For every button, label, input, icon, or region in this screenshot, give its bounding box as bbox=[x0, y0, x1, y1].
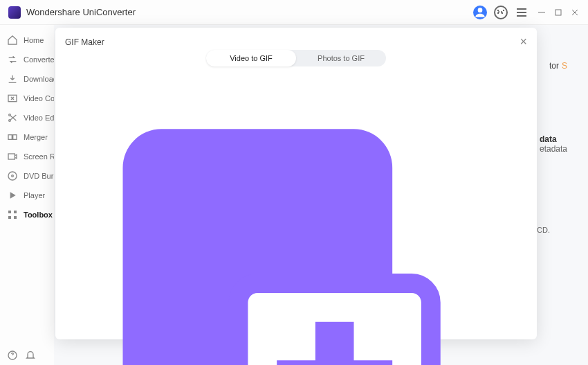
svg-rect-20 bbox=[14, 216, 17, 219]
sidebar-item-converter[interactable]: Converter bbox=[0, 50, 54, 69]
svg-rect-17 bbox=[8, 211, 11, 213]
svg-rect-14 bbox=[8, 154, 15, 159]
help-icon[interactable] bbox=[7, 350, 18, 361]
svg-rect-19 bbox=[8, 216, 11, 219]
record-icon bbox=[7, 151, 18, 162]
sidebar-item-label: Video Editor bbox=[24, 114, 54, 122]
svg-point-10 bbox=[9, 114, 11, 116]
sidebar-item-toolbox[interactable]: Toolbox bbox=[0, 205, 54, 224]
sidebar-item-label: Merger bbox=[24, 133, 48, 141]
svg-point-11 bbox=[9, 120, 11, 122]
gif-maker-modal: GIF Maker × Video to GIF Photos to GIF 0… bbox=[55, 28, 537, 339]
sidebar-item-merger[interactable]: Merger bbox=[0, 127, 54, 147]
tab-video-to-gif[interactable]: Video to GIF bbox=[206, 50, 296, 66]
cd-label: CD. bbox=[537, 226, 550, 234]
sidebar-item-recorder[interactable]: Screen Recorder bbox=[0, 147, 54, 166]
sidebar-item-downloader[interactable]: Downloader bbox=[0, 69, 54, 89]
scissors-icon bbox=[7, 112, 18, 123]
sidebar-item-editor[interactable]: Video Editor bbox=[0, 108, 54, 127]
close-button[interactable] bbox=[570, 8, 580, 17]
home-icon bbox=[7, 35, 18, 46]
convert-icon bbox=[7, 54, 18, 65]
meta-panel: data etadata bbox=[540, 134, 567, 154]
svg-rect-13 bbox=[13, 135, 17, 140]
compress-icon bbox=[7, 93, 18, 104]
sidebar-item-label: DVD Burner bbox=[24, 172, 54, 180]
close-icon[interactable]: × bbox=[520, 35, 527, 49]
maximize-button[interactable] bbox=[553, 8, 563, 17]
sidebar-item-label: Converter bbox=[24, 55, 54, 64]
support-icon[interactable] bbox=[493, 4, 509, 21]
sidebar-item-label: Screen Recorder bbox=[24, 152, 54, 161]
sidebar: Home Converter Downloader Video Compress… bbox=[0, 25, 54, 365]
feature-badge: torS bbox=[549, 61, 567, 71]
merge-icon bbox=[7, 132, 18, 143]
play-icon bbox=[7, 190, 18, 201]
bell-icon[interactable] bbox=[25, 350, 36, 361]
svg-point-15 bbox=[8, 172, 17, 180]
svg-rect-18 bbox=[14, 211, 17, 213]
grid-icon bbox=[7, 209, 18, 220]
sidebar-item-compressor[interactable]: Video Compressor bbox=[0, 89, 54, 108]
app-title: Wondershare UniConverter bbox=[26, 7, 136, 17]
svg-point-16 bbox=[12, 175, 14, 177]
disc-icon bbox=[7, 170, 18, 181]
modal-title: GIF Maker bbox=[65, 37, 104, 47]
sidebar-item-label: Home bbox=[24, 36, 44, 44]
sidebar-item-home[interactable]: Home bbox=[0, 30, 54, 50]
titlebar: Wondershare UniConverter bbox=[0, 0, 588, 25]
sidebar-item-label: Toolbox bbox=[24, 211, 53, 219]
sidebar-item-label: Downloader bbox=[24, 75, 54, 83]
mode-tabs: Video to GIF Photos to GIF bbox=[206, 50, 386, 66]
minimize-button[interactable] bbox=[537, 8, 546, 17]
sidebar-item-label: Player bbox=[24, 191, 45, 199]
svg-point-0 bbox=[478, 8, 483, 12]
tab-photos-to-gif[interactable]: Photos to GIF bbox=[296, 50, 386, 66]
sidebar-item-player[interactable]: Player bbox=[0, 186, 54, 205]
download-icon bbox=[7, 73, 18, 84]
sidebar-item-label: Video Compressor bbox=[24, 94, 54, 103]
menu-icon[interactable] bbox=[513, 4, 530, 21]
app-logo bbox=[8, 6, 21, 19]
user-avatar[interactable] bbox=[472, 4, 488, 21]
svg-rect-6 bbox=[555, 10, 561, 15]
add-file-button[interactable] bbox=[65, 52, 527, 365]
svg-rect-12 bbox=[8, 135, 12, 140]
sidebar-item-dvd[interactable]: DVD Burner bbox=[0, 166, 54, 186]
